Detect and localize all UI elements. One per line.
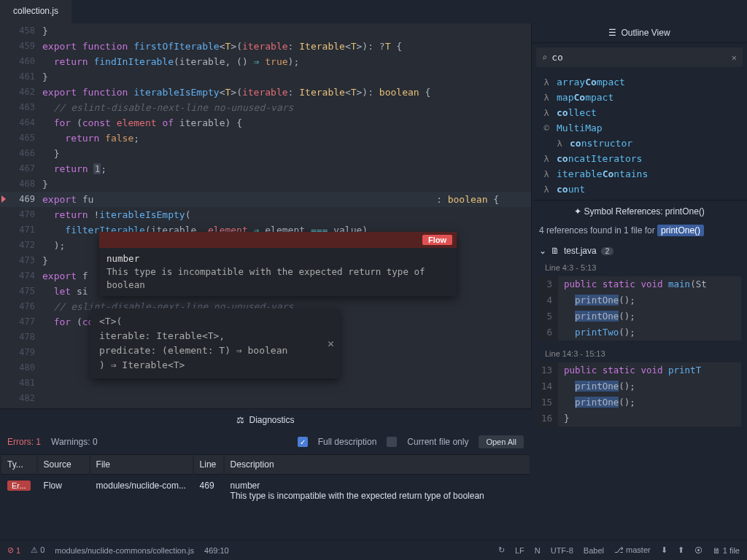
flyover-badge: Flow [422,235,452,245]
wand-icon: ✦ [574,206,581,217]
outline-search[interactable]: ⌕ ✕ [536,47,743,67]
open-all-button[interactable]: Open All [479,435,524,448]
refs-line[interactable]: 3public static void main(St [538,276,741,292]
refs-line[interactable]: 15 printOne(); [538,394,741,411]
outline-item[interactable]: λiterableContains [532,166,747,182]
status-warnings[interactable]: ⚠ 0 [31,545,44,555]
diagnostics-table: Ty... Source File Line Description Er...… [0,453,531,507]
outline-item[interactable]: λmapCompact [532,90,747,105]
outline-item[interactable]: λcount [532,182,747,197]
status-path[interactable]: modules/nuclide-commons/collection.js [55,546,194,555]
flyover-title: number [107,252,449,265]
refs-summary: 4 references found in 1 file for printOn… [532,222,747,241]
outline-search-input[interactable] [547,50,732,64]
refresh-icon[interactable]: ↻ [498,545,505,555]
upload-icon[interactable]: ⬆ [678,545,684,555]
refs-location[interactable]: Line 4:3 - 5:13 [532,260,747,275]
status-encoding[interactable]: UTF-8 [551,546,573,555]
search-icon: ⌕ [542,52,547,63]
refs-line[interactable]: 4 printOne(); [538,292,741,308]
code-editor[interactable]: 4584594604614624634644654664674684694704… [0,23,531,408]
outline-item[interactable]: λcollect [532,105,747,120]
refs-line[interactable]: 6 printTwo(); [538,324,741,341]
status-lang[interactable]: Babel [584,546,604,555]
refs-line[interactable]: 14 printOne(); [538,378,741,394]
signature-hint: <T>( iterable: Iterable<T>, predicate: (… [90,308,340,378]
refs-line[interactable]: 16} [538,411,741,427]
file-count[interactable]: 🗎 1 file [713,546,740,555]
diagnostics-header: ⚖ Diagnostics [0,409,531,431]
status-eol[interactable]: LF [515,546,525,555]
diagnostic-flyover: Flow number This type is incompatible wi… [99,232,457,296]
curfile-checkbox[interactable] [387,437,397,447]
outline-item[interactable]: λconstructor [532,136,747,151]
clear-icon[interactable]: ✕ [732,52,737,63]
diagnostics-panel: ⚖ Diagnostics Errors: 1 Warnings: 0 ✓ Fu… [0,408,531,540]
outline-item[interactable]: ©MultiMap [532,120,747,136]
refs-line[interactable]: 5 printOne(); [538,308,741,324]
outline-header: ☰ Outline View [532,23,747,43]
editor-tab[interactable]: collection.js [0,0,71,23]
scales-icon: ⚖ [236,415,244,425]
file-icon: 🗎 [551,246,560,256]
pin-icon[interactable]: ⦿ [694,546,703,555]
close-icon[interactable]: ✕ [328,336,334,351]
fulldesc-checkbox[interactable]: ✓ [298,437,308,447]
table-row[interactable]: Er... Flow modules/nuclide-com... 469 nu… [1,476,530,505]
chevron-down-icon: ⌄ [539,246,546,256]
flyover-body: This type is incompatible with the expec… [107,265,449,292]
errors-count[interactable]: Errors: 1 [7,437,41,447]
download-icon[interactable]: ⬇ [661,545,667,555]
refs-file[interactable]: ⌄ 🗎 test.java 2 [532,241,747,260]
list-icon: ☰ [608,28,616,38]
outline-item[interactable]: λconcatIterators [532,151,747,166]
status-n[interactable]: N [535,546,541,555]
git-branch[interactable]: ⎇ master [614,545,651,555]
refs-header: ✦ Symbol References: printOne() [532,201,747,222]
status-cursor[interactable]: 469:10 [204,546,229,555]
warnings-count[interactable]: Warnings: 0 [51,437,98,447]
refs-location[interactable]: Line 14:3 - 15:13 [532,346,747,361]
status-bar: ⊘ 1 ⚠ 0 modules/nuclide-commons/collecti… [0,540,747,560]
status-errors[interactable]: ⊘ 1 [7,545,20,555]
refs-line[interactable]: 13public static void printT [538,362,741,378]
outline-item[interactable]: λarrayCompact [532,74,747,90]
